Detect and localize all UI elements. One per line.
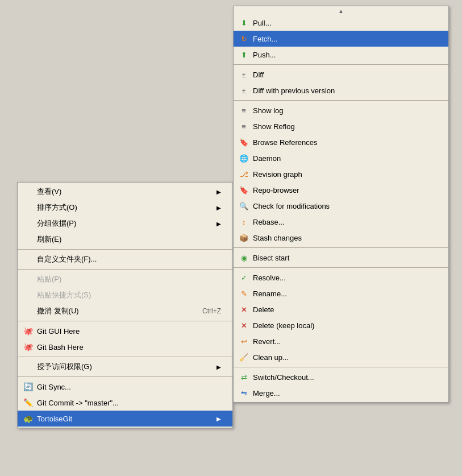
left-menu-item-tortoisegit[interactable]: 🐢TortoiseGit▶ (18, 411, 232, 427)
menu-item-label-gitbash: Git Bash Here (37, 343, 221, 351)
menu-item-icon-sort (22, 202, 34, 213)
right-menu-item-rename[interactable]: ✎Rename... (234, 285, 448, 301)
menu-separator (18, 321, 232, 321)
right-menu-separator (234, 100, 448, 101)
right-menu-icon-resolve: ✓ (238, 272, 249, 283)
right-menu-label-browserefs: Browse References (253, 138, 437, 147)
left-menu-item-sort[interactable]: 排序方式(O)▶ (18, 200, 232, 216)
right-menu-item-rebase[interactable]: ↕Rebase... (234, 214, 448, 230)
right-menu-icon-rename: ✎ (238, 288, 249, 299)
right-menu-item-showreflog[interactable]: ≡Show Reflog (234, 118, 448, 134)
right-menu-item-deletekeep[interactable]: ✕Delete (keep local) (234, 317, 448, 333)
right-menu-item-diffprev[interactable]: ±Diff with previous version (234, 82, 448, 98)
left-menu-item-gitbash[interactable]: 🐙Git Bash Here (18, 339, 232, 355)
right-menu-label-daemon: Daemon (253, 154, 437, 163)
right-menu-item-checkmod[interactable]: 🔍Check for modifications (234, 198, 448, 214)
menu-item-label-customize: 自定义文件夹(F)... (37, 254, 221, 264)
right-menu-item-browserefs[interactable]: 🔖Browse References (234, 134, 448, 150)
right-menu-item-switchcheckout[interactable]: ⇄Switch/Checkout... (234, 369, 448, 385)
right-menu-item-repobrowser[interactable]: 🔖Repo-browser (234, 182, 448, 198)
right-menu-icon-revert: ↩ (238, 336, 249, 347)
right-menu-item-delete[interactable]: ✕Delete (234, 301, 448, 317)
right-menu-item-revert[interactable]: ↩Revert... (234, 333, 448, 349)
menu-separator (18, 357, 232, 357)
left-menu-item-undo[interactable]: 撤消 复制(U)Ctrl+Z (18, 303, 232, 319)
menu-item-label-access: 授予访问权限(G) (37, 362, 211, 372)
menu-item-arrow-view: ▶ (217, 189, 221, 195)
right-menu-icon-repobrowser: 🔖 (238, 184, 249, 196)
right-menu-label-diff: Diff (253, 71, 437, 79)
left-menu-item-pasteshortcut: 粘贴快捷方式(S) (18, 287, 232, 303)
right-menu-separator (234, 367, 448, 367)
menu-item-icon-pasteshortcut (22, 289, 34, 301)
right-menu-label-revert: Revert... (253, 337, 437, 346)
menu-item-icon-gitsync: 🔄 (22, 381, 34, 392)
menu-item-arrow-group: ▶ (217, 221, 221, 227)
menu-separator (18, 376, 232, 377)
menu-item-label-view: 查看(V) (37, 187, 211, 197)
right-menu-label-deletekeep: Delete (keep local) (253, 321, 437, 330)
right-menu-item-diff[interactable]: ±Diff (234, 67, 448, 82)
right-menu-icon-revgraph: ⎇ (238, 168, 249, 180)
menu-item-label-gitgui: Git GUI Here (37, 327, 221, 336)
right-menu-label-pull: Pull... (253, 19, 437, 27)
menu-item-icon-customize (22, 254, 34, 265)
right-menu-label-merge: Merge... (253, 389, 437, 398)
right-menu-label-rename: Rename... (253, 289, 437, 298)
right-menu-item-showlog[interactable]: ≡Show log (234, 102, 448, 118)
right-menu-label-cleanup: Clean up... (253, 353, 437, 362)
menu-item-icon-gitgui: 🐙 (22, 325, 34, 337)
menu-item-label-refresh: 刷新(E) (37, 234, 221, 245)
right-menu-item-pull[interactable]: ⬇Pull... (234, 15, 448, 31)
right-menu-icon-checkmod: 🔍 (238, 200, 249, 212)
right-menu-icon-diffprev: ± (238, 85, 249, 96)
menu-item-icon-tortoisegit: 🐢 (22, 413, 34, 424)
right-context-menu: ▲⬇Pull...↻Fetch...⬆Push...±Diff±Diff wit… (233, 6, 449, 403)
left-menu-item-customize[interactable]: 自定义文件夹(F)... (18, 251, 232, 267)
right-menu-icon-deletekeep: ✕ (238, 320, 249, 331)
menu-item-label-pasteshortcut: 粘贴快捷方式(S) (37, 290, 221, 300)
right-menu-item-bisect[interactable]: ◉Bisect start (234, 250, 448, 266)
right-menu-icon-showreflog: ≡ (238, 121, 249, 132)
right-menu-separator (234, 64, 448, 65)
menu-item-icon-refresh (22, 234, 34, 245)
right-menu-icon-merge: ⇋ (238, 387, 249, 399)
scroll-up-button[interactable]: ▲ (234, 7, 448, 15)
right-menu-icon-browserefs: 🔖 (238, 136, 249, 148)
right-menu-item-push[interactable]: ⬆Push... (234, 47, 448, 63)
right-menu-label-showreflog: Show Reflog (253, 122, 437, 131)
right-menu-label-fetch: Fetch... (253, 35, 437, 43)
right-menu-label-switchcheckout: Switch/Checkout... (253, 373, 437, 382)
right-menu-item-resolve[interactable]: ✓Resolve... (234, 270, 448, 285)
menu-item-label-tortoisegit: TortoiseGit (37, 415, 211, 423)
right-menu-item-revgraph[interactable]: ⎇Revision graph (234, 166, 448, 182)
right-menu-icon-delete: ✕ (238, 304, 249, 315)
left-menu-item-access[interactable]: 授予访问权限(G)▶ (18, 359, 232, 375)
right-menu-label-delete: Delete (253, 305, 437, 314)
left-menu-item-group[interactable]: 分组依据(P)▶ (18, 216, 232, 231)
menu-item-shortcut-undo: Ctrl+Z (202, 307, 221, 315)
right-menu-icon-bisect: ◉ (238, 252, 249, 263)
left-menu-item-gitsync[interactable]: 🔄Git Sync... (18, 379, 232, 395)
right-menu-item-fetch[interactable]: ↻Fetch... (234, 31, 448, 47)
right-menu-label-repobrowser: Repo-browser (253, 186, 437, 194)
right-menu-item-merge[interactable]: ⇋Merge... (234, 385, 448, 401)
left-context-menu: 查看(V)▶排序方式(O)▶分组依据(P)▶刷新(E)自定义文件夹(F)...粘… (17, 182, 233, 428)
menu-item-icon-view (22, 186, 34, 197)
left-menu-item-refresh[interactable]: 刷新(E) (18, 231, 232, 247)
menu-item-arrow-access: ▶ (217, 364, 221, 370)
menu-item-arrow-sort: ▶ (217, 205, 221, 211)
right-menu-item-daemon[interactable]: 🌐Daemon (234, 150, 448, 166)
right-menu-label-push: Push... (253, 51, 437, 59)
right-menu-item-cleanup[interactable]: 🧹Clean up... (234, 349, 448, 365)
menu-item-icon-group (22, 218, 34, 229)
left-menu-item-gitcommit[interactable]: ✏️Git Commit -> "master"... (18, 395, 232, 411)
menu-separator (18, 249, 232, 250)
right-menu-icon-switchcheckout: ⇄ (238, 371, 249, 383)
menu-item-icon-undo (22, 305, 34, 317)
right-menu-item-stash[interactable]: 📦Stash changes (234, 230, 448, 246)
right-menu-label-resolve: Resolve... (253, 274, 437, 282)
menu-item-icon-gitbash: 🐙 (22, 341, 34, 353)
left-menu-item-gitgui[interactable]: 🐙Git GUI Here (18, 323, 232, 339)
left-menu-item-view[interactable]: 查看(V)▶ (18, 184, 232, 200)
